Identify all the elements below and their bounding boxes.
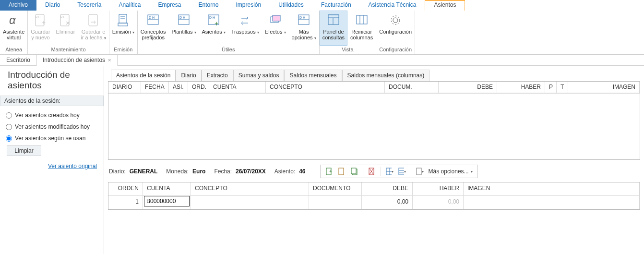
col-haber[interactable]: HABER	[497, 82, 545, 93]
menu-diario[interactable]: Diario	[36, 0, 69, 11]
chevron-down-icon: ▾	[194, 30, 196, 35]
cuenta-input[interactable]	[144, 196, 190, 206]
doctab-escritorio[interactable]: Escritorio	[0, 54, 36, 65]
configuracion-button[interactable]: Configuración	[376, 11, 415, 46]
bcol-debe[interactable]: DEBE	[362, 182, 413, 196]
svg-text:+: +	[329, 169, 332, 174]
asientos-button[interactable]: D H+Asientos ▾	[199, 11, 228, 46]
cell-imagen[interactable]	[464, 196, 640, 209]
col-p[interactable]: P	[545, 82, 557, 93]
col-docum-[interactable]: DOCUM.	[385, 82, 439, 93]
bcol-orden[interactable]: ORDEN	[108, 182, 143, 196]
menu-archivo[interactable]: Archivo	[0, 0, 36, 11]
col-ord-[interactable]: ORD.	[188, 82, 209, 93]
svg-text:×: ×	[66, 19, 70, 27]
grid-a-icon[interactable]: ▾	[386, 168, 394, 175]
toolbar-separator	[381, 167, 381, 176]
cell-concepto[interactable]	[191, 196, 309, 209]
ver-asiento-original-link[interactable]: Ver asiento original	[0, 158, 104, 174]
bcol-concepto[interactable]: CONCEPTO	[191, 182, 309, 196]
tab-extracto[interactable]: Extracto	[202, 70, 233, 81]
chevron-down-icon: ▾	[314, 36, 316, 40]
menu-tesorer-a[interactable]: Tesorería	[69, 0, 110, 11]
mas-opciones-dropdown[interactable]: Más opciones...▾	[429, 168, 473, 175]
radio-0[interactable]: Ver asientos creados hoy	[6, 112, 98, 119]
guardar-ir-fecha-button: Guardar eir a fecha ▾	[78, 11, 108, 46]
bcol-imagen[interactable]: IMAGEN	[464, 182, 640, 196]
panel-consultas-button[interactable]: Panel deconsultas	[320, 11, 347, 46]
mas-opciones-button-label: Másopciones ▾	[292, 29, 316, 41]
plantillas-button[interactable]: D HPlantillas ▾	[168, 11, 199, 46]
tab-saldos-mensuales[interactable]: Saldos mensuales	[284, 70, 342, 81]
ribbon-group-caption: Mantenimiento	[28, 46, 108, 54]
doc-export-icon[interactable]: ▾	[416, 168, 424, 175]
radio-list: Ver asientos creados hoyVer asientos mod…	[0, 106, 104, 145]
radio-input-1[interactable]	[6, 124, 12, 130]
radio-input-0[interactable]	[6, 112, 12, 119]
col-cuenta[interactable]: CUENTA	[209, 82, 266, 93]
bcol-documento[interactable]: DOCUMENTO	[309, 182, 362, 196]
ribbon-group-vista: Panel deconsultasReiniciarcolumnasVista	[320, 11, 377, 54]
radio-label-1: Ver asientos modificados hoy	[15, 123, 90, 130]
reiniciar-columnas-button[interactable]: Reiniciarcolumnas	[347, 11, 376, 46]
col-asi-[interactable]: ASI.	[169, 82, 188, 93]
menu-asistencia-t-cnica[interactable]: Asistencia Técnica	[360, 0, 425, 11]
eliminar-button-label: Eliminar	[56, 29, 75, 35]
limpiar-button[interactable]: Limpiar	[7, 145, 41, 156]
tab-sumas-y-saldos[interactable]: Sumas y saldos	[233, 70, 285, 81]
menu-impresi-n[interactable]: Impresión	[227, 0, 270, 11]
col-fecha[interactable]: FECHA	[141, 82, 169, 93]
col-concepto[interactable]: CONCEPTO	[266, 82, 385, 93]
col-t[interactable]: T	[557, 82, 568, 93]
radio-2[interactable]: Ver asientos según se usan	[6, 135, 98, 142]
guardar-ir-fecha-button-label: Guardar eir a fecha ▾	[81, 29, 106, 41]
entry-toolbar: + ▾ ▾ ▾ Más opciones...▾	[320, 165, 478, 178]
fecha-label: Fecha:	[214, 168, 232, 175]
radio-input-2[interactable]	[6, 135, 12, 142]
doctab-introducci-n-de-asientos[interactable]: Introducción de asientos×	[36, 54, 118, 66]
radio-label-0: Ver asientos creados hoy	[15, 112, 80, 119]
menu-utilidades[interactable]: Utilidades	[270, 0, 312, 11]
left-panel: Introducción de asientos Asientos de la …	[0, 66, 104, 254]
swap-icon	[238, 12, 253, 28]
cell-debe[interactable]: 0,00	[362, 196, 413, 209]
menu-asientos[interactable]: Asientos	[425, 0, 465, 11]
menu-entorno[interactable]: Entorno	[190, 0, 227, 11]
close-icon[interactable]: ×	[108, 57, 111, 63]
emision-button[interactable]: Emisión ▾	[109, 11, 137, 46]
col-diario[interactable]: DIARIO	[108, 82, 141, 93]
svg-rect-9	[118, 23, 128, 26]
mas-opciones-button[interactable]: D HMásopciones ▾	[289, 11, 319, 46]
tab-asientos-de-la-sesi-n[interactable]: Asientos de la sesión	[111, 70, 176, 81]
diario-label: Diario:	[109, 168, 126, 175]
asistente-virtual-button[interactable]: αAsistentevirtual	[0, 11, 27, 46]
traspasos-button[interactable]: Traspasos ▾	[228, 11, 262, 46]
col-imagen[interactable]: IMAGEN	[568, 82, 640, 93]
menu-facturaci-n[interactable]: Facturación	[312, 0, 360, 11]
efectos-button[interactable]: Efectos ▾	[262, 11, 289, 46]
cell-documento[interactable]	[309, 196, 362, 209]
tab-saldos-mensuales-columnas-[interactable]: Saldos mensuales (columnas)	[342, 70, 430, 81]
bcol-cuenta[interactable]: CUENTA	[143, 182, 191, 196]
cell-orden: 1	[108, 196, 143, 209]
cell-haber[interactable]: 0,00	[413, 196, 464, 209]
bcol-haber[interactable]: HABER	[413, 182, 464, 196]
doc-copy-icon[interactable]	[350, 168, 358, 175]
svg-rect-8	[119, 14, 127, 23]
tab-diario[interactable]: Diario	[176, 70, 201, 81]
ribbon-group-emisi-n: Emisión ▾Emisión	[109, 11, 138, 54]
doc-delete-icon[interactable]	[368, 168, 376, 175]
menu-anal-tica[interactable]: Analítica	[110, 0, 149, 11]
col-debe[interactable]: DEBE	[439, 82, 497, 93]
menubar: ArchivoDiarioTesoreríaAnalíticaEmpresaEn…	[0, 0, 644, 11]
mas-opciones-label: Más opciones...	[429, 168, 469, 175]
chevron-down-icon: ▾	[284, 30, 286, 35]
chevron-down-icon: ▾	[104, 36, 106, 40]
ribbon-group-configuraci-n: ConfiguraciónConfiguración	[376, 11, 415, 54]
doc-edit-icon[interactable]	[338, 168, 346, 175]
radio-1[interactable]: Ver asientos modificados hoy	[6, 123, 98, 130]
menu-empresa[interactable]: Empresa	[149, 0, 190, 11]
grid-b-icon[interactable]: ▾	[398, 168, 406, 175]
doc-new-icon[interactable]: +	[325, 168, 333, 175]
conceptos-prefijados-button[interactable]: D HConceptosprefijados	[138, 11, 169, 46]
